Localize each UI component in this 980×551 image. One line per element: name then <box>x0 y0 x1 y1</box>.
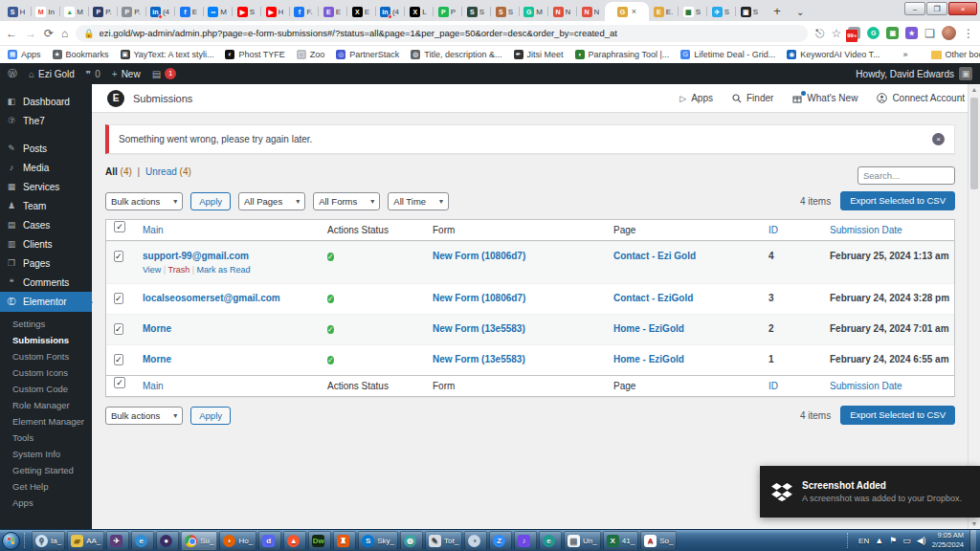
submenu-item-custom-fonts[interactable]: Custom Fonts <box>0 348 92 364</box>
taskbar-clock[interactable]: 9:05 AM 2/25/2024 <box>932 531 964 550</box>
browser-tab[interactable]: PP <box>433 2 461 21</box>
taskbar-app-button[interactable]: ✎Tot_ <box>425 531 462 550</box>
adblock-extension-icon[interactable]: 99+ <box>848 27 860 39</box>
grammarly-extension-icon[interactable]: G <box>867 27 880 39</box>
browser-tab[interactable]: ▦S <box>678 2 706 21</box>
taskbar-app-button[interactable]: e <box>131 531 154 550</box>
taskbar-app-button[interactable]: ▲ <box>283 531 306 550</box>
submenu-item-submissions[interactable]: Submissions <box>0 332 92 348</box>
taskbar-app-button[interactable]: e <box>539 531 562 550</box>
connect-account-button[interactable]: Connect Account <box>877 93 965 103</box>
apply-button-bottom[interactable]: Apply <box>190 407 231 425</box>
sidebar-item-comments[interactable]: ❝Comments <box>0 273 92 292</box>
browser-tab[interactable]: in(4 <box>145 2 174 21</box>
row-checkbox[interactable]: ✓ <box>114 354 123 365</box>
column-header[interactable]: ID <box>765 220 826 240</box>
address-bar[interactable]: 🔒 ezi.gold/wp-admin/admin.php?page=e-for… <box>76 25 808 42</box>
bookmark-item[interactable]: ◉KeywordAI Video T... <box>787 50 880 59</box>
show-desktop-button[interactable] <box>969 530 976 551</box>
apps-button[interactable]: ▷ Apps <box>679 93 713 103</box>
network-icon[interactable]: ▭ <box>902 536 911 545</box>
start-button[interactable] <box>2 532 20 550</box>
bookmark-item[interactable]: ◎PartnerStack <box>336 50 399 59</box>
scroll-down-icon[interactable]: ▼ <box>969 520 980 527</box>
column-header[interactable]: Submission Date <box>826 376 954 396</box>
submission-link[interactable]: localseosomerset@gmail.com <box>143 293 280 303</box>
row-checkbox[interactable]: ✓ <box>114 251 123 262</box>
home-icon[interactable]: ⌂ <box>61 27 68 40</box>
forms-filter-select[interactable]: All Forms▾ <box>313 192 380 210</box>
reload-icon[interactable]: ⟳ <box>44 27 54 40</box>
bulk-actions-select[interactable]: Bulk actions▾ <box>105 192 183 210</box>
sidepanel-icon[interactable]: ❏ <box>924 27 935 40</box>
tab-close-icon[interactable]: × <box>632 7 636 16</box>
column-header[interactable]: Main <box>139 220 323 240</box>
taskbar-app-button[interactable]: ♜ <box>333 531 356 550</box>
submenu-item-element-manager[interactable]: Element Manager <box>0 413 92 430</box>
page-scrollbar[interactable]: ▲ ▼ <box>968 84 980 529</box>
view-link[interactable]: View <box>143 265 161 275</box>
volume-icon[interactable]: ◀) <box>917 536 926 545</box>
column-header[interactable]: Submission Date <box>826 220 954 240</box>
bookmark-item[interactable]: ◍Title, description &... <box>411 50 501 59</box>
mark-as-read-link[interactable]: Mark as Read <box>197 265 251 275</box>
column-header[interactable]: ID <box>765 376 826 396</box>
new-tab-button[interactable]: + <box>768 1 787 20</box>
pages-filter-select[interactable]: All Pages▾ <box>238 192 305 210</box>
forward-icon[interactable]: → <box>25 27 36 40</box>
scroll-up-icon[interactable]: ▲ <box>969 86 980 93</box>
other-bookmarks[interactable]: Other bookmarks <box>931 50 980 59</box>
account-menu[interactable]: Howdy, David Edwards ▣ <box>856 67 972 80</box>
bookmark-item[interactable]: ★Bookmarks <box>53 50 109 59</box>
bookmark-star-icon[interactable]: ☆ <box>831 27 841 40</box>
export-csv-button[interactable]: Export Selected to CSV <box>840 191 955 210</box>
submenu-item-get-help[interactable]: Get Help <box>0 478 92 495</box>
browser-tab[interactable]: PP. <box>117 2 145 21</box>
sidebar-item-dashboard[interactable]: ◧Dashboard <box>0 92 92 111</box>
column-header[interactable]: Main <box>139 376 323 396</box>
sidebar-item-cases[interactable]: ▤Cases <box>0 215 92 234</box>
language-indicator[interactable]: EN <box>858 537 869 545</box>
taskbar-app-button[interactable]: Z <box>489 531 512 550</box>
sidebar-item-the7[interactable]: ⑦The7 <box>0 111 92 130</box>
tab-search-chevron-icon[interactable]: ⌄ <box>796 7 804 17</box>
taskbar-app-button[interactable]: ⚲Ia_ <box>32 531 65 550</box>
row-checkbox[interactable]: ✓ <box>114 293 123 304</box>
taskbar-app-button[interactable]: ▤Un_ <box>564 531 601 550</box>
browser-tab[interactable]: ▲M <box>59 2 88 21</box>
browser-tab[interactable]: MIn <box>31 2 59 21</box>
export-csv-button-bottom[interactable]: Export Selected to CSV <box>840 406 955 425</box>
sidebar-item-elementor[interactable]: ⒺElementor <box>0 292 92 312</box>
browser-tab[interactable]: NN <box>547 2 576 21</box>
page-link[interactable]: Contact - Ezi Gold <box>613 251 696 261</box>
page-link[interactable]: Contact - EziGold <box>613 293 693 303</box>
browser-tab[interactable]: ▣S <box>735 2 764 21</box>
scrollbar-thumb[interactable] <box>970 98 978 189</box>
action-center-flag-icon[interactable]: ⚑ <box>889 536 897 545</box>
comments-menu[interactable]: ❞ 0 <box>86 69 100 79</box>
taskbar-app-button[interactable]: ♪ <box>514 531 537 550</box>
browser-tab[interactable]: in(4 <box>375 2 404 21</box>
site-name-menu[interactable]: ⌂ Ezi Gold <box>29 69 75 79</box>
bookmarks-overflow-icon[interactable]: » <box>903 50 908 59</box>
submenu-item-role-manager[interactable]: Role Manager <box>0 397 92 413</box>
whats-new-button[interactable]: What's New <box>792 93 858 103</box>
restore-button[interactable]: ❐ <box>926 2 947 15</box>
browser-tab[interactable]: NN <box>576 2 605 21</box>
taskbar-app-button[interactable]: ▰AA_ <box>67 531 104 550</box>
bulk-actions-select-bottom[interactable]: Bulk actions▾ <box>105 407 183 425</box>
bookmark-item[interactable]: ▦Apps <box>8 50 41 59</box>
trash-link[interactable]: Trash <box>168 265 190 275</box>
bookmark-item[interactable]: ◖Paraphrasing Tool |... <box>575 50 670 59</box>
submission-link[interactable]: Morne <box>143 323 171 334</box>
select-all-checkbox[interactable]: ✓ <box>114 377 125 388</box>
sidebar-item-media[interactable]: ♪Media <box>0 158 92 177</box>
view-unread-link[interactable]: Unread <box>145 166 177 177</box>
bookmark-item[interactable]: GLifetime Deal - Grid... <box>680 50 775 59</box>
finder-button[interactable]: Finder <box>732 93 773 103</box>
browser-tab-active[interactable]: G× <box>605 2 649 21</box>
taskbar-app-button[interactable]: ◔ <box>464 531 487 550</box>
profile-avatar[interactable] <box>942 26 956 40</box>
elementor-notifications-menu[interactable]: ▤ 1 <box>152 68 176 79</box>
page-link[interactable]: Home - EziGold <box>613 354 684 364</box>
